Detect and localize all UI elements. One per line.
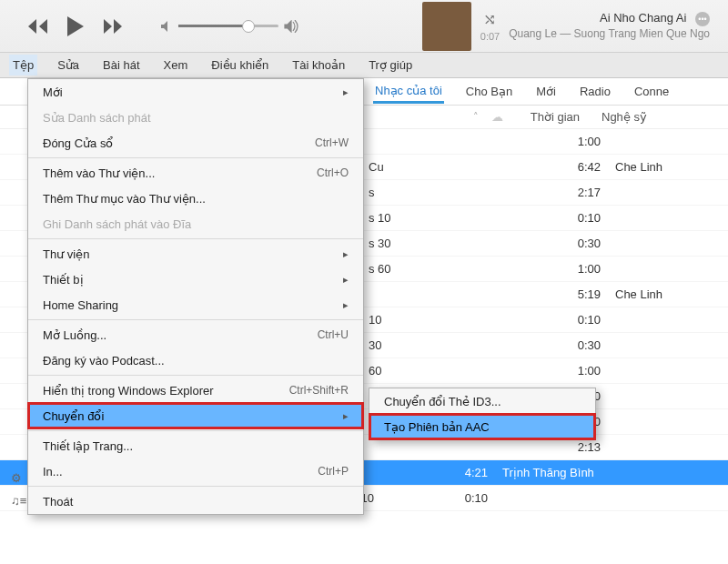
gear-icon: ⚙ bbox=[11, 471, 22, 485]
track-time: 1:00 bbox=[546, 135, 601, 148]
menu-item-label: Hiển thị trong Windows Explorer bbox=[43, 384, 214, 398]
menu-shortcut: Ctrl+U bbox=[318, 328, 349, 341]
album-art[interactable] bbox=[422, 2, 471, 51]
track-time: 0:10 bbox=[433, 491, 488, 505]
menu-item-label: Chuyển đổi bbox=[43, 409, 104, 423]
menubar: Tệp Sửa Bài hát Xem Điều khiển Tài khoản… bbox=[0, 53, 728, 78]
menu-item-label: Đăng ký vào Podcast... bbox=[43, 354, 165, 368]
tab-radio[interactable]: Radio bbox=[578, 81, 612, 102]
submenu-item-label: Tạo Phiên bản AAC bbox=[384, 420, 490, 434]
menu-item-label: Mới bbox=[43, 86, 63, 99]
track-name: s 60 bbox=[369, 262, 546, 276]
track-time: 1:00 bbox=[546, 364, 601, 378]
shuffle-icon[interactable]: ⤭ bbox=[483, 10, 496, 29]
track-time: 5:19 bbox=[546, 287, 601, 301]
menu-item[interactable]: In...Ctrl+P bbox=[28, 458, 363, 484]
menu-edit[interactable]: Sửa bbox=[54, 55, 83, 76]
convert-submenu: Chuyển đổi Thẻ ID3...Tạo Phiên bản AAC bbox=[369, 388, 596, 440]
menu-help[interactable]: Trợ giúp bbox=[365, 55, 416, 76]
elapsed-time: 0:07 bbox=[480, 31, 500, 42]
menu-item-label: Thư viện bbox=[43, 247, 89, 261]
menu-shortcut: Ctrl+Shift+R bbox=[289, 384, 349, 397]
track-time: 0:30 bbox=[546, 237, 601, 250]
volume-slider[interactable] bbox=[178, 25, 278, 27]
more-icon[interactable]: ••• bbox=[695, 12, 710, 26]
menu-item[interactable]: Thêm Thư mục vào Thư viện... bbox=[28, 186, 363, 211]
file-menu-dropdown: MớiSửa Danh sách phátĐóng Cửa sổCtrl+WTh… bbox=[27, 78, 364, 515]
previous-icon[interactable] bbox=[27, 18, 49, 35]
menu-item: Ghi Danh sách phát vào Đĩa bbox=[28, 211, 363, 237]
column-artist[interactable]: Nghệ sỹ bbox=[592, 110, 728, 124]
menu-item-label: In... bbox=[43, 465, 63, 478]
menu-item-label: Thoát bbox=[43, 495, 73, 509]
menu-item[interactable]: Đăng ký vào Podcast... bbox=[28, 347, 363, 373]
track-name: s bbox=[369, 186, 546, 199]
next-icon[interactable] bbox=[102, 18, 124, 35]
track-time: 2:13 bbox=[546, 440, 601, 454]
menu-song[interactable]: Bài hát bbox=[99, 55, 143, 76]
track-time: 4:21 bbox=[433, 466, 488, 479]
track-artist: Che Linh bbox=[601, 160, 662, 174]
playlist-icon: ♫≡ bbox=[11, 494, 26, 508]
track-artist: Trịnh Thăng Bình bbox=[488, 466, 594, 479]
tab-my-music[interactable]: Nhạc của tôi bbox=[373, 80, 444, 104]
menu-item-label: Mở Luồng... bbox=[43, 328, 106, 342]
track-name: 30 bbox=[369, 338, 546, 352]
menu-item-label: Thiết lập Trang... bbox=[43, 439, 133, 453]
menu-item[interactable]: Thêm vào Thư viện...Ctrl+O bbox=[28, 160, 363, 186]
track-name: Cu bbox=[369, 160, 546, 174]
track-time: 1:00 bbox=[546, 262, 601, 276]
cloud-icon[interactable]: ☁ bbox=[491, 110, 503, 124]
menu-item[interactable]: Home Sharing bbox=[28, 292, 363, 317]
play-icon[interactable] bbox=[66, 15, 86, 37]
menu-account[interactable]: Tài khoản bbox=[288, 55, 349, 76]
track-name: s 10 bbox=[369, 211, 546, 225]
column-time[interactable]: Thời gian bbox=[516, 110, 580, 124]
track-time: 0:10 bbox=[546, 313, 601, 327]
player-bar: ⤭ 0:07 Ai Nho Chang Ai ••• Quang Le — Su… bbox=[0, 0, 728, 53]
menu-item-label: Ghi Danh sách phát vào Đĩa bbox=[43, 217, 191, 231]
menu-item[interactable]: Mở Luồng...Ctrl+U bbox=[28, 322, 363, 347]
track-time: 2:17 bbox=[546, 186, 601, 199]
submenu-item-label: Chuyển đổi Thẻ ID3... bbox=[384, 395, 501, 408]
menu-item-label: Đóng Cửa sổ bbox=[43, 136, 113, 150]
submenu-item[interactable]: Tạo Phiên bản AAC bbox=[369, 414, 595, 439]
menu-item-label: Thêm Thư mục vào Thư viện... bbox=[43, 192, 206, 206]
menu-item[interactable]: Mới bbox=[28, 79, 363, 105]
playback-controls bbox=[27, 15, 124, 37]
tab-new[interactable]: Mới bbox=[534, 81, 558, 102]
menu-controls[interactable]: Điều khiển bbox=[207, 55, 272, 76]
menu-item: Sửa Danh sách phát bbox=[28, 105, 363, 130]
submenu-item[interactable]: Chuyển đổi Thẻ ID3... bbox=[369, 388, 595, 414]
menu-item[interactable]: Đóng Cửa sổCtrl+W bbox=[28, 130, 363, 156]
menu-item[interactable]: Thiết bị bbox=[28, 267, 363, 292]
menu-item[interactable]: Hiển thị trong Windows ExplorerCtrl+Shif… bbox=[28, 378, 363, 403]
menu-item-label: Home Sharing bbox=[43, 298, 118, 312]
menu-item[interactable]: Thiết lập Trang... bbox=[28, 433, 363, 458]
tab-connect[interactable]: Conne bbox=[632, 81, 671, 102]
menu-view[interactable]: Xem bbox=[160, 55, 192, 76]
track-time: 0:30 bbox=[546, 338, 601, 352]
menu-shortcut: Ctrl+P bbox=[318, 465, 349, 478]
track-name: 10 bbox=[369, 313, 546, 327]
menu-shortcut: Ctrl+W bbox=[315, 136, 349, 149]
volume-control bbox=[160, 20, 298, 33]
menu-file[interactable]: Tệp bbox=[9, 55, 37, 76]
volume-mute-icon[interactable] bbox=[160, 20, 173, 33]
track-name: s 30 bbox=[369, 237, 546, 250]
menu-item[interactable]: Thoát bbox=[28, 488, 363, 514]
now-playing-title: Ai Nho Chang Ai bbox=[600, 11, 686, 25]
menu-item-label: Thêm vào Thư viện... bbox=[43, 166, 155, 180]
track-time: 6:42 bbox=[546, 160, 601, 174]
volume-max-icon[interactable] bbox=[284, 20, 298, 33]
track-time: 0:10 bbox=[546, 211, 601, 225]
menu-shortcut: Ctrl+O bbox=[317, 166, 349, 179]
track-artist: Che Linh bbox=[601, 287, 662, 301]
tab-for-you[interactable]: Cho Bạn bbox=[464, 81, 514, 102]
menu-item-label: Sửa Danh sách phát bbox=[43, 111, 151, 125]
now-playing-artist: Quang Le — Suong Trang Mien Que Ngo bbox=[509, 26, 710, 42]
now-playing: ⤭ 0:07 Ai Nho Chang Ai ••• Quang Le — Su… bbox=[422, 2, 710, 51]
menu-item[interactable]: Chuyển đổi bbox=[28, 403, 363, 428]
menu-item[interactable]: Thư viện bbox=[28, 241, 363, 267]
sort-chevron-icon[interactable]: ˄ bbox=[473, 111, 479, 123]
